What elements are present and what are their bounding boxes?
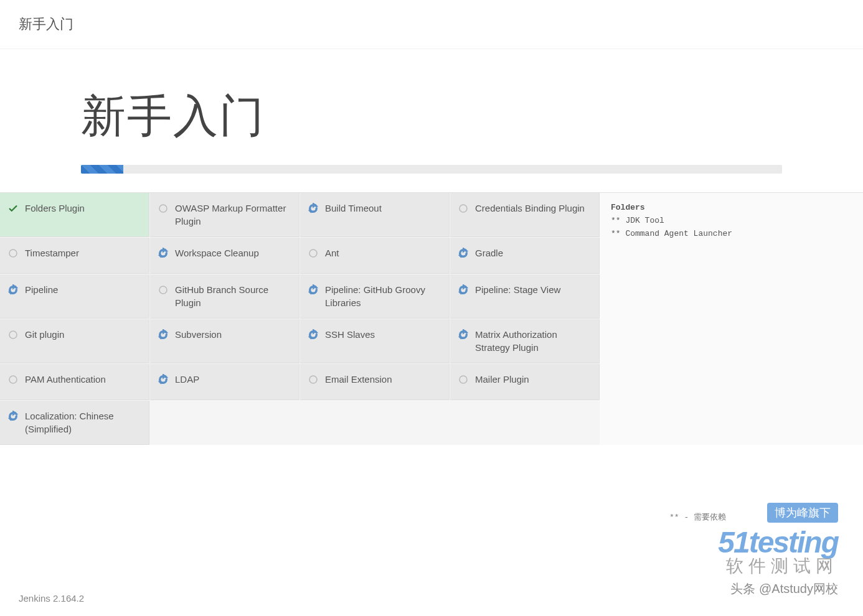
plugin-cell: Folders Plugin bbox=[0, 193, 149, 237]
plugin-cell: OWASP Markup Formatter Plugin bbox=[150, 193, 299, 237]
plugin-cell: Pipeline: GitHub Groovy Libraries bbox=[300, 274, 450, 319]
plugin-cell-empty bbox=[450, 401, 600, 445]
plugin-label: PAM Authentication bbox=[25, 373, 106, 386]
plugin-cell: Subversion bbox=[150, 319, 299, 363]
plugin-label: Email Extension bbox=[325, 373, 392, 386]
plugin-cell: Timestamper bbox=[0, 238, 149, 274]
plugin-cell: Gradle bbox=[450, 238, 600, 274]
circle-icon bbox=[458, 374, 469, 385]
refresh-icon bbox=[158, 248, 169, 259]
plugin-label: Git plugin bbox=[25, 328, 64, 341]
log-dependency-line: ** JDK Tool bbox=[611, 215, 852, 228]
footer-version: Jenkins 2.164.2 bbox=[19, 593, 84, 604]
header-bar: 新手入门 bbox=[0, 0, 863, 49]
plugin-cell: Credentials Binding Plugin bbox=[450, 193, 600, 237]
plugin-cell: SSH Slaves bbox=[300, 319, 450, 363]
plugin-label: Matrix Authorization Strategy Plugin bbox=[475, 328, 592, 354]
circle-icon bbox=[158, 203, 169, 214]
refresh-icon bbox=[158, 329, 169, 340]
content-area: Folders PluginOWASP Markup Formatter Plu… bbox=[0, 192, 863, 445]
circle-icon bbox=[308, 248, 319, 259]
log-dependency-line: ** Command Agent Launcher bbox=[611, 228, 852, 241]
refresh-icon bbox=[458, 329, 469, 340]
circle-icon bbox=[7, 248, 19, 259]
plugin-cell: Email Extension bbox=[300, 364, 450, 400]
plugin-cell: Workspace Cleanup bbox=[150, 238, 299, 274]
watermark: 博为峰旗下 51testing 软件测试网 头条 @Atstudy网校 bbox=[718, 503, 838, 597]
header-title: 新手入门 bbox=[19, 15, 844, 34]
circle-icon bbox=[308, 374, 319, 385]
svg-point-6 bbox=[9, 376, 17, 383]
refresh-icon bbox=[7, 411, 19, 422]
svg-point-3 bbox=[309, 250, 317, 257]
refresh-icon bbox=[458, 284, 469, 296]
page-title: 新手入门 bbox=[81, 86, 782, 146]
plugin-cell: GitHub Branch Source Plugin bbox=[150, 274, 299, 319]
watermark-sub: 软件测试网 bbox=[718, 554, 838, 578]
refresh-icon bbox=[308, 203, 319, 214]
plugin-label: Ant bbox=[325, 246, 339, 259]
svg-point-8 bbox=[460, 376, 467, 383]
plugin-label: Credentials Binding Plugin bbox=[475, 202, 585, 215]
main-title-section: 新手入门 bbox=[0, 49, 863, 192]
plugin-label: OWASP Markup Formatter Plugin bbox=[175, 202, 291, 228]
plugin-label: Build Timeout bbox=[325, 202, 382, 215]
svg-point-2 bbox=[9, 250, 17, 257]
plugin-cell: PAM Authentication bbox=[0, 364, 149, 400]
circle-icon bbox=[7, 374, 19, 385]
circle-icon bbox=[7, 329, 19, 340]
refresh-icon bbox=[308, 329, 319, 340]
plugin-label: Gradle bbox=[475, 246, 503, 259]
progress-bar bbox=[81, 165, 782, 174]
plugin-label: Mailer Plugin bbox=[475, 373, 529, 386]
plugin-label: Subversion bbox=[175, 328, 222, 341]
plugin-cell: LDAP bbox=[150, 364, 299, 400]
refresh-icon bbox=[308, 284, 319, 296]
svg-point-5 bbox=[9, 331, 17, 338]
plugin-label: Localization: Chinese (Simplified) bbox=[25, 409, 141, 436]
plugin-label: Pipeline bbox=[25, 283, 58, 296]
plugin-cell-empty bbox=[150, 401, 299, 445]
install-log-panel: Folders ** JDK Tool ** Command Agent Lau… bbox=[600, 193, 863, 445]
plugin-cell: Build Timeout bbox=[300, 193, 450, 237]
plugin-label: Pipeline: Stage View bbox=[475, 283, 560, 296]
refresh-icon bbox=[7, 284, 19, 296]
plugin-cell: Mailer Plugin bbox=[450, 364, 600, 400]
plugin-label: LDAP bbox=[175, 373, 199, 386]
plugin-label: Pipeline: GitHub Groovy Libraries bbox=[325, 283, 441, 309]
plugin-label: Timestamper bbox=[25, 246, 79, 259]
plugin-cell: Pipeline: Stage View bbox=[450, 274, 600, 319]
refresh-icon bbox=[158, 374, 169, 385]
svg-point-1 bbox=[460, 205, 467, 212]
plugin-cell: Pipeline bbox=[0, 274, 149, 319]
plugin-label: SSH Slaves bbox=[325, 328, 375, 341]
svg-point-4 bbox=[159, 286, 167, 294]
plugin-label: GitHub Branch Source Plugin bbox=[175, 283, 291, 309]
plugin-grid: Folders PluginOWASP Markup Formatter Plu… bbox=[0, 193, 600, 445]
watermark-attribution: 头条 @Atstudy网校 bbox=[718, 581, 838, 597]
log-current-plugin: Folders bbox=[611, 202, 852, 215]
refresh-icon bbox=[458, 248, 469, 259]
watermark-badge: 博为峰旗下 bbox=[767, 503, 838, 523]
circle-icon bbox=[158, 284, 169, 296]
check-icon bbox=[7, 203, 19, 214]
svg-point-7 bbox=[309, 376, 317, 383]
circle-icon bbox=[458, 203, 469, 214]
plugin-cell: Localization: Chinese (Simplified) bbox=[0, 401, 149, 445]
progress-fill bbox=[81, 165, 123, 174]
plugin-cell-empty bbox=[300, 401, 450, 445]
svg-point-0 bbox=[159, 205, 167, 212]
plugin-cell: Git plugin bbox=[0, 319, 149, 363]
plugin-cell: Matrix Authorization Strategy Plugin bbox=[450, 319, 600, 363]
plugin-cell: Ant bbox=[300, 238, 450, 274]
plugin-label: Workspace Cleanup bbox=[175, 246, 259, 259]
plugin-label: Folders Plugin bbox=[25, 202, 85, 215]
